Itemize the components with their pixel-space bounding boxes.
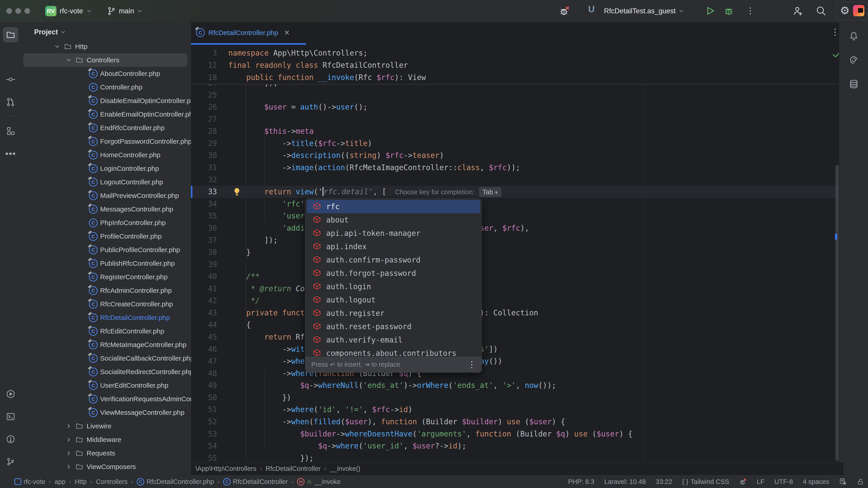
status-caret-position[interactable]: 33:22 [656,478,672,486]
window-close-button[interactable] [6,8,12,14]
close-icon[interactable]: ✕ [284,29,289,37]
sidebar-item-database[interactable] [846,76,862,92]
editor-scrollbar[interactable] [835,165,839,461]
tree-item-middleware[interactable]: Middleware [23,433,187,447]
status-encoding[interactable]: UTF-8 [774,478,793,486]
tree-item-controllers[interactable]: Controllers [23,53,187,67]
run-button[interactable] [705,5,716,16]
completion-item-auth-logout[interactable]: auth.logout [307,293,480,306]
status-crumb-rfc-vote[interactable]: rfc-vote [14,478,45,486]
tree-item-phpinfocontroller-php[interactable]: CPhpInfoController.php [23,216,187,230]
completion-item-auth-confirm-password[interactable]: auth.confirm-password [307,253,480,267]
tree-item-http[interactable]: Http [23,40,187,53]
sidebar-item-ai-assistant[interactable] [846,53,862,68]
inspections-ok-icon[interactable] [832,49,839,59]
tree-item-rfccreatecontroller-php[interactable]: CRfcCreateController.php [23,297,187,311]
completion-options-kebab[interactable]: ⋮ [467,360,476,369]
tree-item-socialitecallbackcontroller-php[interactable]: CSocialiteCallbackController.php [23,352,187,365]
sidebar-item-more-tool-windows[interactable]: ••• [3,146,18,161]
tree-item-livewire[interactable]: Livewire [23,419,187,433]
status-php-version[interactable]: PHP: 8.3 [568,478,594,486]
tree-item-requests[interactable]: Requests [23,447,187,460]
tree-item-rfcadmincontroller-php[interactable]: CRfcAdminController.php [23,284,187,297]
sidebar-item-commit[interactable] [3,72,18,87]
editor-tab[interactable]: C RfcDetailController.php ✕ [193,22,293,43]
run-configuration-selector[interactable]: RfcDetailTest.as_guest [604,0,684,22]
tree-item-viewmessagecontroller-php[interactable]: CViewMessageController.php [23,406,187,419]
project-panel-header[interactable]: Project [34,28,66,36]
debug-button[interactable] [723,5,734,16]
status-crumb-rfcdetailcontroller-php[interactable]: CRfcDetailController.php [137,478,214,486]
status-crumb-http[interactable]: Http [74,478,87,486]
completion-item-api-api-token-manager[interactable]: api.api-token-manager [307,227,480,240]
jetbrains-ai-icon[interactable] [853,5,864,16]
window-minimize-button[interactable] [16,8,21,14]
completion-item-auth-login[interactable]: auth.login [307,280,480,293]
test-failed-icon[interactable] [559,5,570,16]
tree-item-logincontroller-php[interactable]: CLoginController.php [23,162,187,175]
tree-item-registercontroller-php[interactable]: CRegisterController.php [23,270,187,284]
tree-item-rfceditcontroller-php[interactable]: CRfcEditController.php [23,324,187,338]
settings-gear-icon[interactable]: ⚙ [840,3,850,18]
tree-item-rfcdetailcontroller-php[interactable]: CRfcDetailController.php [23,311,187,324]
tree-item-forgotpasswordcontroller-php[interactable]: CForgotPasswordController.php [23,135,187,148]
tree-item-viewcomposers[interactable]: ViewComposers [23,460,187,474]
tree-item-publicprofilecontroller-php[interactable]: CPublicProfileController.php [23,243,187,257]
sidebar-item-version-control[interactable] [3,454,18,469]
status-ai-status[interactable] [839,478,847,486]
status-crumb-app[interactable]: app [55,478,65,486]
status-line-separator[interactable]: LF [757,478,765,486]
tree-item-socialiteredirectcontroller-php[interactable]: CSocialiteRedirectController.php [23,365,187,379]
sidebar-item-problems[interactable] [3,431,18,447]
completion-item-auth-register[interactable]: auth.register [307,306,480,320]
sidebar-item-structure[interactable] [3,123,18,139]
tree-item-controller-php[interactable]: CController.php [23,80,187,94]
completion-item-auth-verify-email[interactable]: auth.verify-email [307,333,480,347]
more-actions-kebab[interactable]: ⋮ [746,6,757,17]
sidebar-item-notifications[interactable] [846,29,862,44]
sidebar-item-project[interactable] [3,27,18,42]
status-mute-breakpoints[interactable] [739,478,747,486]
status-crumb-invoke[interactable]: m__invoke [297,478,341,486]
completion-item-auth-forgot-password[interactable]: auth.forgot-password [307,267,480,280]
tree-item-enableemailoptincontroller-php[interactable]: CEnableEmailOptinController.php [23,107,187,121]
completion-item-about[interactable]: about [307,213,480,227]
tree-item-verificationrequestsadmincontroller-php[interactable]: CVerificationRequestsAdminController.php [23,392,187,406]
breadcrumb-app-http-controllers[interactable]: \App\Http\Controllers [195,465,256,473]
completion-item-rfc[interactable]: rfc [307,200,480,213]
status-tailwind[interactable]: { }Tailwind CSS [682,478,729,486]
search-everywhere-icon[interactable] [815,5,827,16]
tab-options-kebab[interactable]: ⋮ [831,28,839,36]
tree-item-usereditcontroller-php[interactable]: CUserEditController.php [23,379,187,392]
tree-item-rfcmetaimagecontroller-php[interactable]: CRfcMetaImageController.php [23,338,187,352]
tree-item-homecontroller-php[interactable]: CHomeController.php [23,148,187,162]
window-zoom-button[interactable] [24,8,30,14]
tree-item-logoutcontroller-php[interactable]: CLogoutController.php [23,175,187,189]
sticky-line-18[interactable]: 18 public function __invoke(Rfc $rfc): V… [191,71,839,84]
tree-item-endrfccontroller-php[interactable]: CEndRfcController.php [23,121,187,135]
completion-item-auth-reset-password[interactable]: auth.reset-password [307,320,480,333]
branch-widget[interactable]: main [107,0,143,22]
project-widget[interactable]: RV rfc-vote [45,0,92,22]
completion-item-api-index[interactable]: api.index [307,240,480,253]
tree-item-mailpreviewcontroller-php[interactable]: CMailPreviewController.php [23,189,187,202]
status-crumb-rfcdetailcontroller[interactable]: CRfcDetailController [223,478,288,486]
status-file-lock[interactable] [857,478,864,486]
tree-item-publishrfccontroller-php[interactable]: CPublishRfcController.php [23,257,187,270]
sidebar-item-services[interactable] [3,386,18,402]
editor-area[interactable]: C RfcDetailController.php ✕ ⋮ 24 ]);2526… [191,22,839,462]
completion-hint-key[interactable]: Tab ▾ [479,187,501,197]
tree-item-profilecontroller-php[interactable]: CProfileController.php [23,230,187,243]
breadcrumb-rfcdetailcontroller[interactable]: RfcDetailController [266,465,320,473]
tree-item-aboutcontroller-php[interactable]: CAboutController.php [23,67,187,80]
sidebar-item-terminal[interactable] [3,409,18,424]
code-with-me-icon[interactable] [793,5,803,16]
breadcrumb-invoke[interactable]: __invoke() [330,465,360,473]
status-indent[interactable]: 4 spaces [803,478,829,486]
tree-item-disableemailoptincontroller-php[interactable]: CDisableEmailOptinController.php [23,94,187,107]
sticky-line-3[interactable]: 3namespace App\Http\Controllers; [191,47,839,59]
status-crumb-controllers[interactable]: Controllers [96,478,127,486]
status-laravel-version[interactable]: Laravel: 10.48 [604,478,646,486]
tree-item-messagescontroller-php[interactable]: CMessagesController.php [23,202,187,216]
sticky-line-12[interactable]: 12final readonly class RfcDetailControll… [191,59,839,71]
